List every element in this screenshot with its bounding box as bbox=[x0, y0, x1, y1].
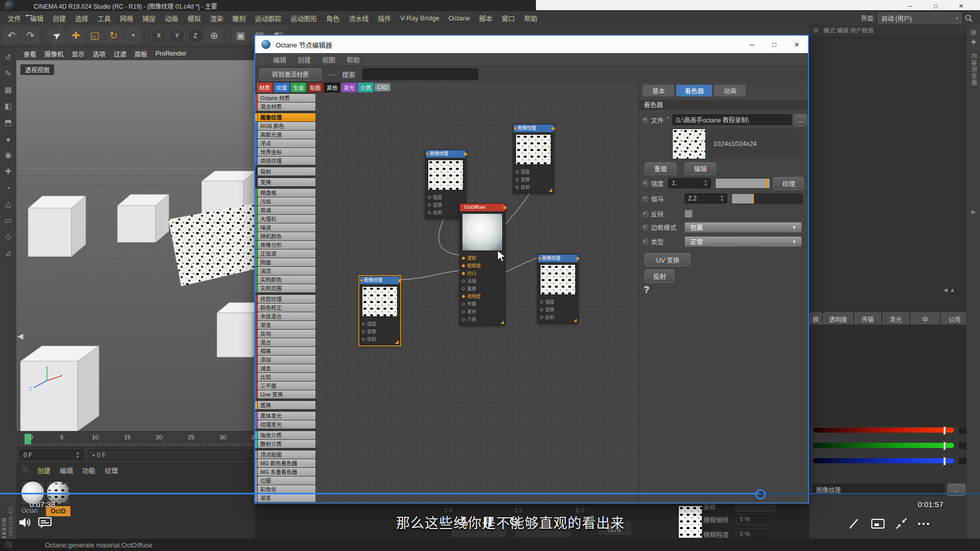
menubar-item[interactable]: 网格 bbox=[115, 12, 138, 24]
viewport-menu-item[interactable]: ProRender bbox=[152, 49, 190, 58]
node-list-item[interactable]: 正弦波 bbox=[255, 249, 315, 258]
category-tag-介质[interactable]: 介质 bbox=[358, 83, 374, 92]
gamma-slider[interactable] bbox=[731, 193, 803, 204]
channel-tab-换[interactable]: 换 bbox=[810, 312, 822, 325]
window-close-button[interactable]: ✕ bbox=[952, 1, 970, 10]
invert-checkbox[interactable] bbox=[684, 210, 693, 218]
type-dropdown[interactable]: 正常▼ bbox=[684, 236, 802, 247]
node-port[interactable]: 强度 bbox=[538, 298, 578, 306]
menubar-item[interactable]: 帮助 bbox=[520, 12, 542, 24]
port-dot[interactable] bbox=[462, 287, 465, 290]
node-list-item[interactable]: 脊椎分形 bbox=[255, 241, 315, 249]
sample-ghost-box[interactable] bbox=[735, 502, 776, 512]
node-list-item[interactable]: 高斯光谱 bbox=[255, 131, 315, 139]
gamma-value-field[interactable]: 2.2▲▼ bbox=[684, 193, 727, 204]
undo-icon[interactable]: ↶ bbox=[3, 27, 20, 44]
power-radio[interactable] bbox=[643, 181, 648, 186]
viewport-menu-item[interactable]: 查看 bbox=[19, 48, 40, 60]
panel-mini-icons[interactable]: ◀▲ bbox=[943, 287, 957, 293]
node-port[interactable]: 强度 bbox=[360, 320, 400, 328]
node-search-input[interactable] bbox=[362, 68, 478, 80]
reload-button[interactable]: 重载 bbox=[645, 162, 676, 175]
node-port-透明度[interactable]: 透明度 bbox=[460, 292, 505, 300]
channel-tab-中[interactable]: 中 bbox=[911, 312, 940, 325]
panel-tab-动画[interactable]: 动画 bbox=[714, 85, 746, 96]
image-texture-node-4[interactable]: 图像纹理强度变换投射 bbox=[537, 254, 578, 323]
node-list-item[interactable]: 实例范围 bbox=[255, 284, 315, 292]
dock-collapse-arrow[interactable]: ▶ bbox=[967, 86, 980, 215]
node-list-item[interactable]: 投射 bbox=[255, 167, 315, 176]
node-list-item[interactable]: 相乘 bbox=[255, 347, 315, 355]
node-port[interactable]: 变换 bbox=[360, 328, 400, 335]
port-dot[interactable] bbox=[462, 303, 465, 306]
node-editor-menu-item[interactable]: 视图 bbox=[316, 54, 341, 65]
node-port[interactable]: 变换 bbox=[538, 306, 578, 313]
prev-arrow-icon[interactable]: ◀ bbox=[17, 332, 23, 341]
node-resize-handle[interactable] bbox=[573, 318, 577, 322]
node-list-item[interactable]: 湍流 bbox=[255, 267, 315, 275]
palette-tool-icon-7[interactable]: ✚ bbox=[2, 165, 14, 178]
node-list-item[interactable]: 纹理发光 bbox=[255, 420, 315, 429]
palette-tool-icon-4[interactable]: ⬒ bbox=[2, 116, 14, 129]
node-list-item[interactable]: MG 多重着色器 bbox=[255, 468, 315, 476]
z-axis-lock[interactable]: Z bbox=[187, 28, 204, 44]
coord-system-icon[interactable]: ⊕ bbox=[205, 27, 223, 44]
node-resize-handle[interactable] bbox=[395, 340, 399, 344]
node-list-item[interactable]: 位图 bbox=[255, 477, 315, 485]
port-dot[interactable] bbox=[362, 322, 365, 325]
blue-slider[interactable] bbox=[813, 458, 954, 463]
node-list-item[interactable]: RGB 颜色 bbox=[255, 122, 315, 130]
node-port[interactable]: 投射 bbox=[360, 335, 400, 343]
node-list-item[interactable]: 彩色化 bbox=[255, 485, 315, 493]
port-dot[interactable] bbox=[462, 272, 465, 275]
menubar-item[interactable]: 文件 bbox=[3, 12, 26, 24]
node-editor-menu-item[interactable]: 编辑 bbox=[267, 54, 292, 65]
back-arrow-icon[interactable]: ← bbox=[23, 7, 35, 20]
node-list-item[interactable]: Octane 材质 bbox=[255, 94, 315, 102]
node-list-item[interactable]: 混合 bbox=[255, 338, 315, 346]
node-port[interactable]: 变换 bbox=[513, 176, 553, 183]
channel-tab-公用[interactable]: 公用 bbox=[941, 312, 968, 325]
image-texture-node-2[interactable]: 图像纹理强度变换投射 bbox=[513, 124, 554, 193]
node-list-item[interactable]: 吸收介质 bbox=[255, 431, 315, 439]
redo-icon[interactable]: ↷ bbox=[21, 27, 39, 44]
node-list-item[interactable]: 余弦混合 bbox=[255, 312, 315, 320]
pencil-icon[interactable] bbox=[848, 517, 862, 530]
category-tag-C4D[interactable]: C4D bbox=[375, 83, 390, 91]
node-list-item[interactable]: 散射介质 bbox=[255, 440, 315, 448]
red-slider[interactable] bbox=[813, 428, 954, 433]
type-radio[interactable] bbox=[643, 239, 648, 244]
port-dot[interactable] bbox=[428, 196, 431, 199]
port-dot[interactable] bbox=[462, 318, 465, 321]
dock-icon-pin[interactable]: ✚ bbox=[967, 36, 980, 46]
attr-mode-icon[interactable]: ⊞ bbox=[814, 27, 818, 34]
palette-tool-icon-6[interactable]: ◉ bbox=[2, 149, 14, 161]
node-port[interactable]: 强度 bbox=[426, 193, 465, 201]
more-options-icon[interactable]: ••• bbox=[918, 519, 931, 529]
power-value-field[interactable]: 1.▲▼ bbox=[668, 178, 711, 188]
node-list-item[interactable]: 置换 bbox=[255, 401, 315, 409]
palette-tool-icon-9[interactable]: △ bbox=[2, 198, 14, 210]
viewport-menu-item[interactable]: 选项 bbox=[89, 48, 110, 60]
port-dot[interactable] bbox=[362, 330, 365, 333]
y-axis-lock[interactable]: Y bbox=[169, 28, 185, 44]
gamma-radio[interactable] bbox=[643, 196, 648, 202]
palette-tool-icon-1[interactable]: ✎ bbox=[2, 67, 14, 80]
render-view-icon[interactable]: ▣ bbox=[232, 27, 250, 44]
octdiffuse-node[interactable]: OctDiffuse漫射粗糙度凹凸法线置换透明度传输发光介质 bbox=[459, 203, 505, 325]
node-editor-menu-item[interactable]: 帮助 bbox=[341, 54, 365, 65]
interface-select[interactable]: 启动 (用户)▾ bbox=[878, 13, 962, 23]
node-list-item[interactable]: 反向 bbox=[255, 330, 315, 338]
menubar-item[interactable]: 流水线 bbox=[344, 12, 373, 24]
menubar-item[interactable]: 角色 bbox=[322, 12, 344, 24]
help-icon[interactable]: ? bbox=[644, 285, 649, 295]
uv-transform-button[interactable]: UV 变换 bbox=[645, 253, 691, 266]
menubar-item[interactable]: 工具 bbox=[93, 12, 115, 24]
port-dot[interactable] bbox=[516, 186, 519, 189]
node-resize-handle[interactable] bbox=[500, 320, 504, 324]
volume-icon[interactable] bbox=[18, 516, 33, 529]
palette-tool-icon-10[interactable]: ▭ bbox=[2, 214, 14, 227]
node-output-dot[interactable] bbox=[398, 279, 401, 282]
goto-active-material-button[interactable]: 转到激活材质 bbox=[259, 68, 322, 81]
window-maximize-button[interactable]: □ bbox=[927, 1, 944, 10]
